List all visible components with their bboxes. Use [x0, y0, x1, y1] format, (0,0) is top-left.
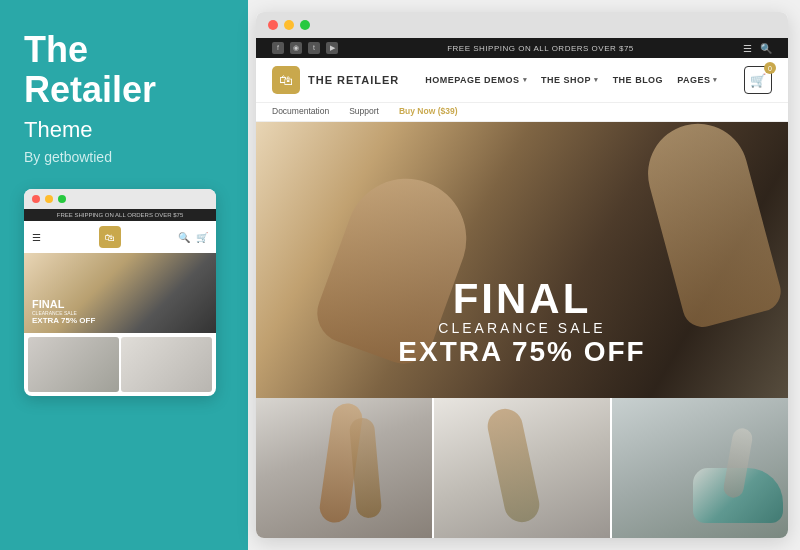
menu-icon[interactable]: ☰	[743, 43, 752, 54]
hero-clearance-text: CLEARANCE SALE	[398, 320, 645, 336]
mini-nav-icons: 🔍 🛒	[178, 232, 208, 243]
mini-bottom-images	[24, 333, 216, 396]
nav-homepage-demos[interactable]: HOMEPAGE DEMOS ▾	[425, 75, 527, 85]
big-browser-titlebar	[256, 12, 788, 38]
nav-the-shop[interactable]: THE SHOP ▾	[541, 75, 599, 85]
logo-icon: 🛍	[272, 66, 300, 94]
hero-extra-text: EXTRA 75% OFF	[398, 336, 645, 368]
twitter-icon: t	[308, 42, 320, 54]
big-dot-3	[300, 20, 310, 30]
nav-pages-label: PAGES	[677, 75, 710, 85]
instagram-icon: ◉	[290, 42, 302, 54]
youtube-icon: ▶	[326, 42, 338, 54]
mini-topbar: FREE SHIPPING ON ALL ORDERS OVER $75	[24, 209, 216, 221]
top-right-icons: ☰ 🔍	[743, 43, 772, 54]
right-panel: f ◉ t ▶ FREE SHIPPING ON ALL ORDERS OVER…	[248, 0, 800, 550]
mini-hero-extra: EXTRA 75% OFF	[32, 316, 95, 325]
mini-hamburger-icon: ☰	[32, 232, 41, 243]
nav-pages[interactable]: PAGES ▾	[677, 75, 718, 85]
site-nav: 🛍 THE RETAILER HOMEPAGE DEMOS ▾ THE SHOP…	[256, 58, 788, 103]
mini-dot-yellow	[45, 195, 53, 203]
logo-text: THE RETAILER	[308, 74, 399, 86]
product-image-left	[256, 398, 434, 538]
big-browser: f ◉ t ▶ FREE SHIPPING ON ALL ORDERS OVER…	[256, 12, 788, 538]
theme-author: By getbowtied	[24, 149, 224, 165]
subnav-documentation[interactable]: Documentation	[272, 106, 329, 116]
theme-title: The Retailer	[24, 30, 224, 109]
chevron-down-icon-3: ▾	[713, 76, 718, 84]
product-image-right	[612, 398, 788, 538]
hero-content: FINAL CLEARANCE SALE EXTRA 75% OFF	[398, 278, 645, 368]
mini-topbar-text: FREE SHIPPING ON ALL ORDERS OVER $75	[57, 212, 183, 218]
site-hero: FINAL CLEARANCE SALE EXTRA 75% OFF	[256, 122, 788, 398]
mini-dot-green	[58, 195, 66, 203]
left-panel: The Retailer Theme By getbowtied FREE SH…	[0, 0, 248, 550]
facebook-icon: f	[272, 42, 284, 54]
nav-the-blog[interactable]: THE BLOG	[613, 75, 664, 85]
hero-final-text: FINAL	[398, 278, 645, 320]
theme-title-line2: Retailer	[24, 69, 156, 110]
product-image-middle	[434, 398, 612, 538]
nav-the-shop-label: THE SHOP	[541, 75, 591, 85]
subnav-buy-now[interactable]: Buy Now ($39)	[399, 106, 458, 116]
mini-product-img-left	[28, 337, 119, 392]
nav-the-blog-label: THE BLOG	[613, 75, 664, 85]
mini-hero: FINAL CLEARANCE SALE EXTRA 75% OFF	[24, 253, 216, 333]
mini-navbar: ☰ 🛍 🔍 🛒	[24, 221, 216, 253]
big-dot-1	[268, 20, 278, 30]
mini-hero-final: FINAL	[32, 299, 95, 310]
mini-product-img-right	[121, 337, 212, 392]
cart-icon: 🛒	[750, 73, 766, 88]
mini-cart-icon: 🛒	[196, 232, 208, 243]
theme-title-line1: The	[24, 29, 88, 70]
mini-search-icon: 🔍	[178, 232, 190, 243]
mini-logo-icon: 🛍	[105, 232, 115, 243]
hero-background: FINAL CLEARANCE SALE EXTRA 75% OFF	[256, 122, 788, 398]
site-subnav: Documentation Support Buy Now ($39)	[256, 103, 788, 122]
nav-homepage-demos-label: HOMEPAGE DEMOS	[425, 75, 519, 85]
search-icon[interactable]: 🔍	[760, 43, 772, 54]
chevron-down-icon-2: ▾	[594, 76, 599, 84]
theme-subtitle: Theme	[24, 117, 224, 143]
shipping-text: FREE SHIPPING ON ALL ORDERS OVER $75	[447, 44, 634, 53]
mini-hero-text: FINAL CLEARANCE SALE EXTRA 75% OFF	[32, 299, 95, 325]
mini-browser-preview: FREE SHIPPING ON ALL ORDERS OVER $75 ☰ 🛍…	[24, 189, 216, 396]
big-dot-2	[284, 20, 294, 30]
social-icons: f ◉ t ▶	[272, 42, 338, 54]
site-products	[256, 398, 788, 538]
mini-logo: 🛍	[99, 226, 121, 248]
cart-button[interactable]: 🛒 0	[744, 66, 772, 94]
site-topbar: f ◉ t ▶ FREE SHIPPING ON ALL ORDERS OVER…	[256, 38, 788, 58]
mini-dot-red	[32, 195, 40, 203]
chevron-down-icon: ▾	[523, 76, 528, 84]
logo-area: 🛍 THE RETAILER	[272, 66, 399, 94]
cart-badge: 0	[764, 62, 776, 74]
nav-links: HOMEPAGE DEMOS ▾ THE SHOP ▾ THE BLOG PAG…	[425, 75, 718, 85]
subnav-support[interactable]: Support	[349, 106, 379, 116]
mini-browser-bar	[24, 189, 216, 209]
